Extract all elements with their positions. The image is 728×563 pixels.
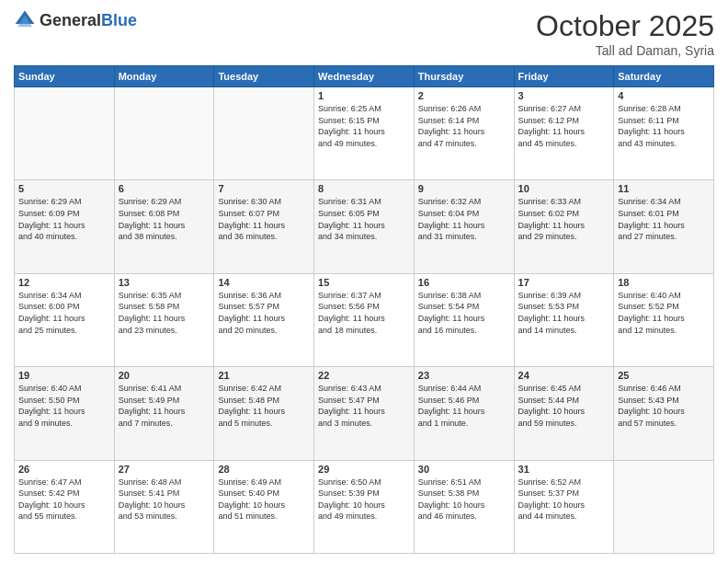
page: GeneralBlue October 2025 Tall ad Daman, …: [0, 0, 728, 563]
calendar-cell-w2-d1: 5Sunrise: 6:29 AMSunset: 6:09 PMDaylight…: [15, 180, 115, 273]
calendar-cell-w1-d3: [214, 87, 314, 180]
day-info: Sunrise: 6:42 AMSunset: 5:48 PMDaylight:…: [218, 383, 310, 429]
day-number: 2: [418, 90, 510, 101]
calendar-cell-w1-d2: [114, 87, 214, 180]
day-number: 30: [418, 464, 510, 475]
day-number: 31: [518, 464, 610, 475]
calendar-cell-w5-d1: 26Sunrise: 6:47 AMSunset: 5:42 PMDayligh…: [15, 460, 115, 553]
col-monday: Monday: [114, 66, 214, 87]
day-info: Sunrise: 6:45 AMSunset: 5:44 PMDaylight:…: [518, 383, 610, 429]
calendar-cell-w5-d4: 29Sunrise: 6:50 AMSunset: 5:39 PMDayligh…: [314, 460, 415, 553]
day-info: Sunrise: 6:29 AMSunset: 6:08 PMDaylight:…: [119, 196, 210, 242]
col-friday: Friday: [514, 66, 614, 87]
calendar-cell-w1-d5: 2Sunrise: 6:26 AMSunset: 6:14 PMDaylight…: [414, 87, 514, 180]
day-number: 17: [518, 277, 610, 288]
calendar-cell-w5-d6: 31Sunrise: 6:52 AMSunset: 5:37 PMDayligh…: [514, 460, 614, 553]
day-number: 23: [418, 370, 510, 381]
col-wednesday: Wednesday: [314, 66, 415, 87]
day-info: Sunrise: 6:44 AMSunset: 5:46 PMDaylight:…: [418, 383, 510, 429]
calendar-cell-w2-d6: 10Sunrise: 6:33 AMSunset: 6:02 PMDayligh…: [514, 180, 614, 273]
day-info: Sunrise: 6:43 AMSunset: 5:47 PMDaylight:…: [318, 383, 410, 429]
day-info: Sunrise: 6:35 AMSunset: 5:58 PMDaylight:…: [119, 290, 210, 336]
logo-general: General: [40, 11, 101, 29]
day-info: Sunrise: 6:40 AMSunset: 5:50 PMDaylight:…: [18, 383, 110, 429]
day-number: 3: [518, 90, 610, 101]
day-number: 11: [618, 183, 710, 194]
week-row-2: 5Sunrise: 6:29 AMSunset: 6:09 PMDaylight…: [15, 180, 714, 273]
day-number: 16: [418, 277, 510, 288]
day-info: Sunrise: 6:48 AMSunset: 5:41 PMDaylight:…: [119, 477, 210, 523]
week-row-3: 12Sunrise: 6:34 AMSunset: 6:00 PMDayligh…: [15, 273, 714, 366]
day-number: 7: [218, 183, 310, 194]
day-number: 10: [518, 183, 610, 194]
logo-blue: Blue: [101, 11, 137, 29]
day-number: 24: [518, 370, 610, 381]
col-tuesday: Tuesday: [214, 66, 314, 87]
calendar-cell-w4-d2: 20Sunrise: 6:41 AMSunset: 5:49 PMDayligh…: [114, 367, 214, 460]
day-info: Sunrise: 6:49 AMSunset: 5:40 PMDaylight:…: [218, 477, 310, 523]
day-info: Sunrise: 6:31 AMSunset: 6:05 PMDaylight:…: [318, 196, 410, 242]
day-number: 9: [418, 183, 510, 194]
day-info: Sunrise: 6:38 AMSunset: 5:54 PMDaylight:…: [418, 290, 510, 336]
day-number: 6: [119, 183, 210, 194]
calendar-cell-w4-d7: 25Sunrise: 6:46 AMSunset: 5:43 PMDayligh…: [614, 367, 714, 460]
logo: GeneralBlue: [14, 9, 137, 31]
day-info: Sunrise: 6:39 AMSunset: 5:53 PMDaylight:…: [518, 290, 610, 336]
col-thursday: Thursday: [414, 66, 514, 87]
day-info: Sunrise: 6:27 AMSunset: 6:12 PMDaylight:…: [518, 103, 610, 149]
day-info: Sunrise: 6:46 AMSunset: 5:43 PMDaylight:…: [618, 383, 710, 429]
calendar-cell-w3-d4: 15Sunrise: 6:37 AMSunset: 5:56 PMDayligh…: [314, 273, 415, 366]
calendar-cell-w4-d3: 21Sunrise: 6:42 AMSunset: 5:48 PMDayligh…: [214, 367, 314, 460]
day-number: 1: [318, 90, 410, 101]
day-info: Sunrise: 6:33 AMSunset: 6:02 PMDaylight:…: [518, 196, 610, 242]
calendar-cell-w4-d5: 23Sunrise: 6:44 AMSunset: 5:46 PMDayligh…: [414, 367, 514, 460]
calendar-cell-w1-d7: 4Sunrise: 6:28 AMSunset: 6:11 PMDaylight…: [614, 87, 714, 180]
header: GeneralBlue October 2025 Tall ad Daman, …: [14, 9, 714, 58]
day-info: Sunrise: 6:47 AMSunset: 5:42 PMDaylight:…: [18, 477, 110, 523]
logo-icon: [14, 9, 36, 31]
day-number: 21: [218, 370, 310, 381]
day-number: 13: [119, 277, 210, 288]
calendar-cell-w3-d2: 13Sunrise: 6:35 AMSunset: 5:58 PMDayligh…: [114, 273, 214, 366]
day-info: Sunrise: 6:52 AMSunset: 5:37 PMDaylight:…: [518, 477, 610, 523]
calendar-cell-w2-d2: 6Sunrise: 6:29 AMSunset: 6:08 PMDaylight…: [114, 180, 214, 273]
week-row-5: 26Sunrise: 6:47 AMSunset: 5:42 PMDayligh…: [15, 460, 714, 553]
week-row-4: 19Sunrise: 6:40 AMSunset: 5:50 PMDayligh…: [15, 367, 714, 460]
day-number: 26: [18, 464, 110, 475]
day-info: Sunrise: 6:37 AMSunset: 5:56 PMDaylight:…: [318, 290, 410, 336]
calendar-cell-w4-d6: 24Sunrise: 6:45 AMSunset: 5:44 PMDayligh…: [514, 367, 614, 460]
calendar-cell-w2-d4: 8Sunrise: 6:31 AMSunset: 6:05 PMDaylight…: [314, 180, 415, 273]
day-number: 20: [119, 370, 210, 381]
calendar-cell-w2-d7: 11Sunrise: 6:34 AMSunset: 6:01 PMDayligh…: [614, 180, 714, 273]
day-info: Sunrise: 6:30 AMSunset: 6:07 PMDaylight:…: [218, 196, 310, 242]
day-number: 27: [119, 464, 210, 475]
calendar-cell-w5-d7: [614, 460, 714, 553]
day-info: Sunrise: 6:29 AMSunset: 6:09 PMDaylight:…: [18, 196, 110, 242]
day-number: 4: [618, 90, 710, 101]
calendar-cell-w1-d4: 1Sunrise: 6:25 AMSunset: 6:15 PMDaylight…: [314, 87, 415, 180]
day-number: 12: [18, 277, 110, 288]
calendar-cell-w5-d5: 30Sunrise: 6:51 AMSunset: 5:38 PMDayligh…: [414, 460, 514, 553]
day-info: Sunrise: 6:40 AMSunset: 5:52 PMDaylight:…: [618, 290, 710, 336]
calendar-cell-w1-d1: [15, 87, 115, 180]
calendar-cell-w3-d5: 16Sunrise: 6:38 AMSunset: 5:54 PMDayligh…: [414, 273, 514, 366]
calendar-cell-w4-d1: 19Sunrise: 6:40 AMSunset: 5:50 PMDayligh…: [15, 367, 115, 460]
week-row-1: 1Sunrise: 6:25 AMSunset: 6:15 PMDaylight…: [15, 87, 714, 180]
day-info: Sunrise: 6:25 AMSunset: 6:15 PMDaylight:…: [318, 103, 410, 149]
calendar-cell-w5-d2: 27Sunrise: 6:48 AMSunset: 5:41 PMDayligh…: [114, 460, 214, 553]
day-number: 28: [218, 464, 310, 475]
day-number: 18: [618, 277, 710, 288]
col-sunday: Sunday: [15, 66, 115, 87]
col-saturday: Saturday: [614, 66, 714, 87]
day-number: 22: [318, 370, 410, 381]
calendar-cell-w3-d6: 17Sunrise: 6:39 AMSunset: 5:53 PMDayligh…: [514, 273, 614, 366]
calendar-cell-w3-d7: 18Sunrise: 6:40 AMSunset: 5:52 PMDayligh…: [614, 273, 714, 366]
day-info: Sunrise: 6:51 AMSunset: 5:38 PMDaylight:…: [418, 477, 510, 523]
day-info: Sunrise: 6:34 AMSunset: 6:01 PMDaylight:…: [618, 196, 710, 242]
calendar-cell-w1-d6: 3Sunrise: 6:27 AMSunset: 6:12 PMDaylight…: [514, 87, 614, 180]
calendar-cell-w3-d1: 12Sunrise: 6:34 AMSunset: 6:00 PMDayligh…: [15, 273, 115, 366]
calendar-cell-w3-d3: 14Sunrise: 6:36 AMSunset: 5:57 PMDayligh…: [214, 273, 314, 366]
day-number: 5: [18, 183, 110, 194]
day-number: 15: [318, 277, 410, 288]
day-number: 25: [618, 370, 710, 381]
